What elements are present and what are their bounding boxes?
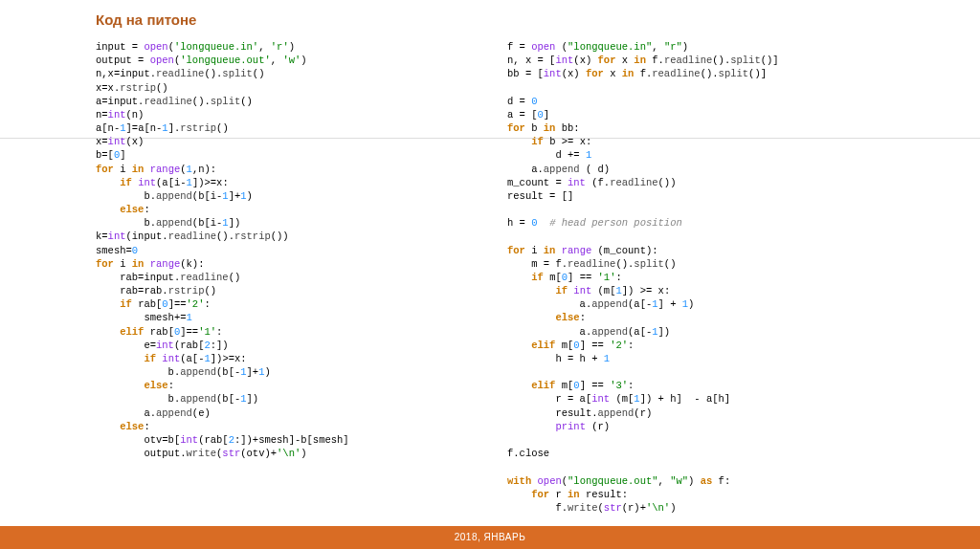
code-container: input = open('longqueue.in', 'r') output… — [96, 40, 880, 515]
code-left: input = open('longqueue.in', 'r') output… — [96, 40, 469, 460]
slide-title: Код на питоне — [96, 11, 196, 28]
code-right: f = open ("longqueue.in", "r") n, x = [i… — [507, 40, 880, 515]
footer: 2018, ЯНВАРЬ — [0, 526, 980, 549]
